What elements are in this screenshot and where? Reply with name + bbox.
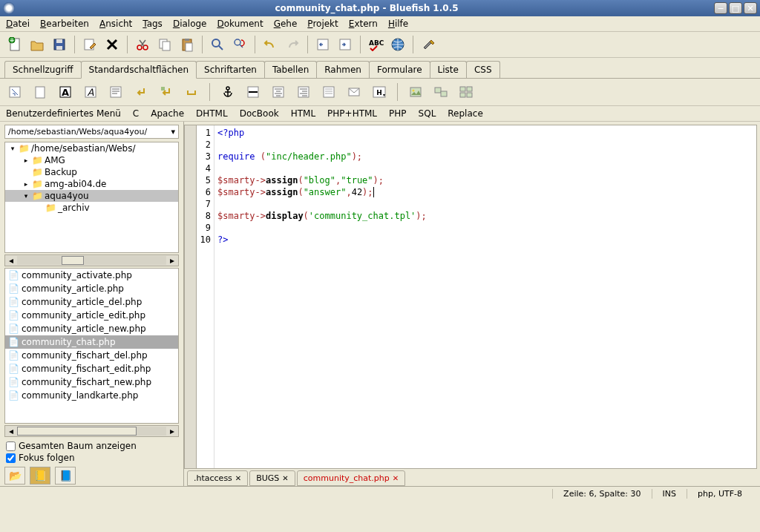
quickstart-button[interactable] <box>4 82 25 102</box>
email-button[interactable] <box>344 82 364 102</box>
copy-button[interactable] <box>154 34 175 55</box>
custom-menu-dhtml[interactable]: DHTML <box>196 108 228 119</box>
custom-menu-benutzerdefiniertes-men-[interactable]: Benutzerdefiniertes Menü <box>6 108 121 119</box>
menu-dialoge[interactable]: Dialoge <box>173 19 207 29</box>
sidebar-filebrowser-button[interactable]: 📂 <box>4 467 25 485</box>
tree-item[interactable]: 📁Backup <box>5 166 178 178</box>
file-item[interactable]: 📄community_article_new.php <box>5 322 178 335</box>
sidebar-reference-button[interactable]: 📘 <box>55 467 76 485</box>
menu-ansicht[interactable]: Ansicht <box>99 19 132 29</box>
toolbar-tab-css[interactable]: CSS <box>466 61 500 78</box>
toolbar-tab-rahmen[interactable]: Rahmen <box>316 61 370 78</box>
file-item[interactable]: 📄community_activate.php <box>5 269 178 282</box>
tab-close-icon[interactable]: ✕ <box>235 474 241 482</box>
file-list[interactable]: 📄community_activate.php📄community_articl… <box>4 268 179 424</box>
rightalign-button[interactable] <box>293 82 314 102</box>
cut-button[interactable] <box>132 34 153 55</box>
tree-item[interactable]: ▾📁aqua4you <box>5 190 178 202</box>
thumbnail-button[interactable] <box>430 82 451 102</box>
file-item[interactable]: 📄community_fischart_edit.php <box>5 362 178 375</box>
file-item[interactable]: 📄community_article_del.php <box>5 295 178 309</box>
new-file-button[interactable]: + <box>4 34 25 55</box>
unindent-button[interactable] <box>312 34 333 55</box>
file-item[interactable]: 📄community_landkarte.php <box>5 389 178 402</box>
editor-tab[interactable]: .htaccess✕ <box>187 470 248 486</box>
close-file-button[interactable] <box>102 34 122 55</box>
show-full-tree-checkbox[interactable]: Gesamten Baum anzeigen <box>6 440 177 452</box>
menu-dokument[interactable]: Dokument <box>217 19 263 29</box>
anchor-button[interactable] <box>217 82 238 102</box>
scroll-right-icon[interactable]: ▸ <box>166 426 178 436</box>
bold-button[interactable]: A <box>55 82 76 102</box>
custom-menu-c[interactable]: C <box>133 108 139 119</box>
tree-item[interactable]: ▸📁amg-abi04.de <box>5 178 178 190</box>
preferences-button[interactable] <box>418 34 439 55</box>
toolbar-tab-standardschaltflächen[interactable]: Standardschaltflächen <box>81 61 197 79</box>
follow-focus-checkbox[interactable]: Fokus folgen <box>6 452 177 464</box>
toolbar-tab-schnellzugriff[interactable]: Schnellzugriff <box>4 61 82 78</box>
center-button[interactable] <box>268 82 289 102</box>
toolbar-tab-tabellen[interactable]: Tabellen <box>264 61 317 78</box>
tree-item[interactable]: ▸📁AMG <box>5 154 178 166</box>
paste-button[interactable] <box>177 34 197 55</box>
menu-bearbeiten[interactable]: Bearbeiten <box>40 19 89 29</box>
tree-item[interactable]: ▾📁/home/sebastian/Webs/ <box>5 142 178 154</box>
tab-close-icon[interactable]: ✕ <box>393 474 399 482</box>
file-item[interactable]: 📄community_chat.php <box>5 335 178 349</box>
tree-item[interactable]: 📁_archiv <box>5 202 178 214</box>
comment-button[interactable] <box>318 82 339 102</box>
scroll-left-icon[interactable]: ◂ <box>5 255 17 266</box>
body-button[interactable] <box>30 82 50 102</box>
hrule-button[interactable] <box>243 82 263 102</box>
custom-menu-apache[interactable]: Apache <box>151 108 184 119</box>
scroll-left-icon[interactable]: ◂ <box>5 426 17 436</box>
directory-tree[interactable]: ▾📁/home/sebastian/Webs/▸📁AMG📁Backup▸📁amg… <box>4 142 179 253</box>
paragraph-button[interactable] <box>105 82 126 102</box>
toolbar-tab-schriftarten[interactable]: Schriftarten <box>196 61 265 78</box>
custom-menu-docbook[interactable]: DocBook <box>240 108 279 119</box>
file-item[interactable]: 📄community_article.php <box>5 282 178 295</box>
menu-datei[interactable]: Datei <box>6 19 30 29</box>
nbsp-button[interactable] <box>181 82 202 102</box>
toolbar-tab-liste[interactable]: Liste <box>430 61 467 78</box>
sidebar-bookmarks-button[interactable]: 📒 <box>30 467 50 485</box>
find-replace-button[interactable] <box>229 34 250 55</box>
menu-hilfe[interactable]: Hilfe <box>388 19 408 29</box>
editor-tab[interactable]: community_chat.php✕ <box>297 470 405 486</box>
tab-close-icon[interactable]: ✕ <box>282 474 288 482</box>
indent-button[interactable] <box>335 34 356 55</box>
file-item[interactable]: 📄community_fischart_new.php <box>5 375 178 389</box>
close-button[interactable]: ✕ <box>744 2 757 14</box>
save-button[interactable] <box>49 34 70 55</box>
editor-tab[interactable]: BUGS✕ <box>249 470 295 486</box>
editor-vscrollbar[interactable] <box>185 125 197 468</box>
custom-menu-html[interactable]: HTML <box>291 108 315 119</box>
custom-menu-sql[interactable]: SQL <box>419 108 436 119</box>
edit-button[interactable] <box>79 34 100 55</box>
find-button[interactable] <box>207 34 228 55</box>
path-combobox[interactable]: /home/sebastian/Webs/aqua4you/ ▾ <box>4 125 179 139</box>
break-button[interactable] <box>131 82 151 102</box>
heading-button[interactable]: H▾ <box>369 82 390 102</box>
menu-gehe[interactable]: Gehe <box>274 19 298 29</box>
spellcheck-button[interactable]: ABC <box>365 34 386 55</box>
open-file-button[interactable] <box>27 34 48 55</box>
custom-menu-php-html[interactable]: PHP+HTML <box>327 108 377 119</box>
image-button[interactable] <box>405 82 426 102</box>
path-dropdown-icon[interactable]: ▾ <box>171 127 175 137</box>
toolbar-tab-formulare[interactable]: Formulare <box>369 61 430 78</box>
custom-menu-php[interactable]: PHP <box>389 108 407 119</box>
tree-hscrollbar[interactable]: ◂ ▸ <box>4 254 179 266</box>
menu-tags[interactable]: Tags <box>142 19 163 29</box>
breakclear-button[interactable] <box>156 82 177 102</box>
maximize-button[interactable]: □ <box>729 2 742 14</box>
custom-menu-replace[interactable]: Replace <box>448 108 482 119</box>
filelist-hscrollbar[interactable]: ◂ ▸ <box>4 425 179 437</box>
multithumb-button[interactable] <box>456 82 476 102</box>
file-item[interactable]: 📄community_article_edit.php <box>5 309 178 322</box>
menu-extern[interactable]: Extern <box>349 19 378 29</box>
menu-projekt[interactable]: Projekt <box>307 19 338 29</box>
minimize-button[interactable]: ─ <box>714 2 727 14</box>
code-editor[interactable]: <?php require ("inc/header.php"); $smart… <box>214 125 756 468</box>
undo-button[interactable] <box>260 34 281 55</box>
